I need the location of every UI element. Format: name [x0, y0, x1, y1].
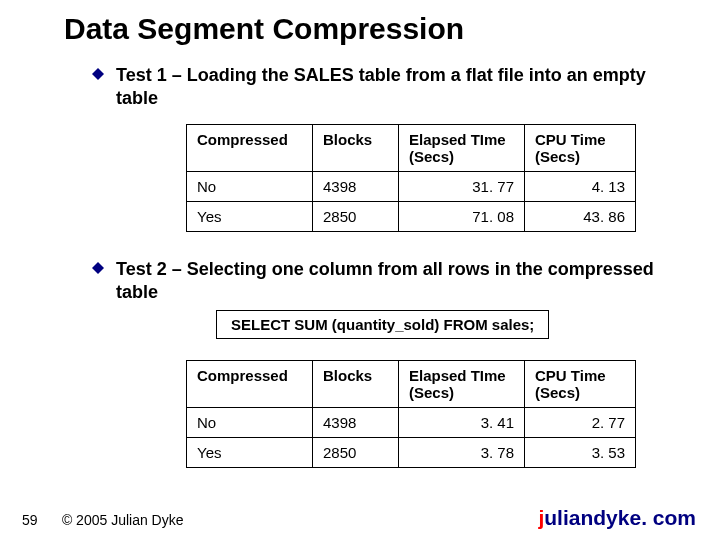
- table-test2: Compressed Blocks Elapsed TIme (Secs) CP…: [186, 360, 636, 468]
- cell: 3. 78: [399, 438, 525, 468]
- col-compressed: Compressed: [187, 125, 313, 172]
- table-row: Yes 2850 3. 78 3. 53: [187, 438, 636, 468]
- table-header-row: Compressed Blocks Elapsed TIme (Secs) CP…: [187, 125, 636, 172]
- cell: 2850: [313, 438, 399, 468]
- col-elapsed: Elapsed TIme (Secs): [399, 125, 525, 172]
- bullet-2: Test 2 – Selecting one column from all r…: [92, 258, 676, 303]
- cell: Yes: [187, 438, 313, 468]
- col-cpu: CPU Time (Secs): [525, 361, 636, 408]
- table-row: No 4398 3. 41 2. 77: [187, 408, 636, 438]
- bullet-1-text: Test 1 – Loading the SALES table from a …: [116, 64, 676, 109]
- bullet-icon: [92, 262, 104, 274]
- cell: Yes: [187, 202, 313, 232]
- cell: 4. 13: [525, 172, 636, 202]
- cell: No: [187, 408, 313, 438]
- table-test1: Compressed Blocks Elapsed TIme (Secs) CP…: [186, 124, 636, 232]
- cell: 2850: [313, 202, 399, 232]
- bullet-2-text: Test 2 – Selecting one column from all r…: [116, 258, 676, 303]
- col-blocks: Blocks: [313, 125, 399, 172]
- bullet-1: Test 1 – Loading the SALES table from a …: [92, 64, 676, 109]
- copyright: © 2005 Julian Dyke: [62, 512, 184, 528]
- cell: 31. 77: [399, 172, 525, 202]
- cell: 2. 77: [525, 408, 636, 438]
- table-header-row: Compressed Blocks Elapsed TIme (Secs) CP…: [187, 361, 636, 408]
- svg-marker-1: [92, 262, 104, 274]
- svg-marker-0: [92, 68, 104, 80]
- cell: No: [187, 172, 313, 202]
- col-cpu: CPU Time (Secs): [525, 125, 636, 172]
- table-row: No 4398 31. 77 4. 13: [187, 172, 636, 202]
- footer-left: 59 © 2005 Julian Dyke: [22, 512, 184, 528]
- bullet-icon: [92, 68, 104, 80]
- cell: 43. 86: [525, 202, 636, 232]
- slide-title: Data Segment Compression: [64, 12, 464, 46]
- col-elapsed: Elapsed TIme (Secs): [399, 361, 525, 408]
- cell: 3. 41: [399, 408, 525, 438]
- sql-statement: SELECT SUM (quantity_sold) FROM sales;: [216, 310, 549, 339]
- cell: 3. 53: [525, 438, 636, 468]
- site-rest: uliandyke. com: [544, 506, 696, 529]
- cell: 4398: [313, 408, 399, 438]
- page-number: 59: [22, 512, 46, 528]
- col-compressed: Compressed: [187, 361, 313, 408]
- cell: 4398: [313, 172, 399, 202]
- table-row: Yes 2850 71. 08 43. 86: [187, 202, 636, 232]
- col-blocks: Blocks: [313, 361, 399, 408]
- footer-site: juliandyke. com: [538, 506, 696, 530]
- cell: 71. 08: [399, 202, 525, 232]
